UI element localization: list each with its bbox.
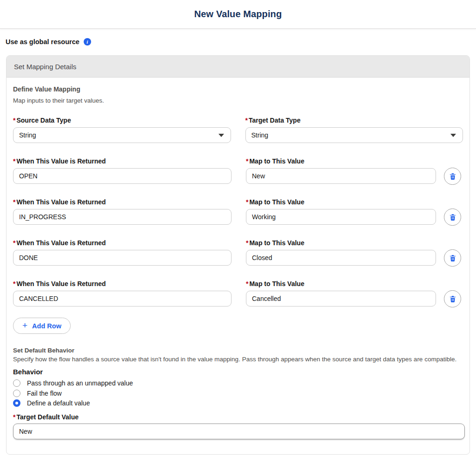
delete-row-button[interactable]: [444, 209, 461, 226]
source-value-label: *When This Value is Returned: [13, 239, 231, 247]
add-row-button[interactable]: + Add Row: [13, 318, 71, 334]
trash-icon: [449, 214, 456, 221]
modal-header: New Value Mapping: [0, 0, 476, 29]
mapping-row: *When This Value is Returned *Map to Thi…: [13, 239, 463, 266]
radio-label: Pass through as an unmapped value: [27, 379, 133, 387]
delete-row-button[interactable]: [444, 168, 461, 185]
behavior-radio-group: Pass through as an unmapped value Fail t…: [13, 378, 463, 409]
page-title: New Value Mapping: [194, 9, 282, 20]
source-value-label: *When This Value is Returned: [13, 198, 231, 206]
source-value-input[interactable]: [13, 250, 231, 266]
behavior-group-label: Behavior: [13, 368, 463, 376]
source-data-type-value: String: [19, 131, 36, 139]
target-value-label: *Map to This Value: [246, 198, 436, 206]
source-data-type-label: *Source Data Type: [13, 117, 231, 124]
required-asterisk: *: [13, 239, 15, 247]
target-value-field: *Map to This Value: [246, 198, 436, 225]
required-asterisk: *: [13, 198, 15, 206]
define-value-mapping-subtitle: Map inputs to their target values.: [13, 97, 463, 104]
required-asterisk: *: [13, 413, 15, 421]
source-data-type-select[interactable]: String: [13, 127, 231, 143]
target-value-input[interactable]: [246, 250, 436, 266]
define-value-mapping-title: Define Value Mapping: [13, 85, 463, 93]
target-value-field: *Map to This Value: [246, 239, 436, 266]
source-value-field: *When This Value is Returned: [13, 280, 231, 306]
set-mapping-details-card: Set Mapping Details Define Value Mapping…: [6, 55, 470, 455]
radio-label: Fail the flow: [27, 390, 62, 397]
target-default-value-label: *Target Default Value: [13, 413, 463, 421]
source-value-input[interactable]: [13, 209, 231, 225]
set-default-behavior-description: Specify how the flow handles a source va…: [13, 355, 462, 364]
source-value-field: *When This Value is Returned: [13, 198, 231, 225]
required-asterisk: *: [246, 198, 248, 206]
source-value-input[interactable]: [13, 291, 231, 306]
mapping-row: *When This Value is Returned *Map to Thi…: [13, 280, 463, 306]
trash-icon: [449, 173, 456, 180]
target-value-label: *Map to This Value: [246, 280, 436, 287]
required-asterisk: *: [13, 280, 15, 287]
card-header: Set Mapping Details: [7, 56, 469, 78]
target-value-input[interactable]: [246, 168, 436, 184]
target-default-value-input[interactable]: [13, 424, 465, 439]
caret-down-icon: [450, 134, 456, 137]
required-asterisk: *: [13, 157, 15, 165]
radio-pass-through[interactable]: Pass through as an unmapped value: [13, 378, 463, 389]
target-value-label: *Map to This Value: [246, 157, 436, 165]
data-type-row: *Source Data Type String *Target Data Ty…: [13, 117, 463, 143]
info-icon[interactable]: i: [84, 38, 91, 46]
target-data-type-field: *Target Data Type String: [245, 117, 463, 143]
required-asterisk: *: [246, 280, 248, 287]
delete-row-button[interactable]: [444, 249, 461, 267]
radio-define-default[interactable]: Define a default value: [13, 398, 463, 409]
source-value-field: *When This Value is Returned: [13, 239, 231, 266]
trash-icon: [449, 295, 456, 303]
mapping-row: *When This Value is Returned *Map to Thi…: [13, 198, 463, 225]
source-data-type-field: *Source Data Type String: [13, 117, 231, 143]
radio-label: Define a default value: [27, 399, 90, 407]
target-data-type-value: String: [251, 131, 269, 139]
target-data-type-label: *Target Data Type: [245, 117, 463, 124]
source-value-label: *When This Value is Returned: [13, 157, 231, 165]
set-default-behavior-title: Set Default Behavior: [13, 347, 463, 354]
required-asterisk: *: [246, 157, 248, 165]
required-asterisk: *: [245, 117, 248, 124]
source-value-input[interactable]: [13, 168, 231, 184]
radio-button-icon[interactable]: [13, 390, 20, 397]
target-value-input[interactable]: [246, 209, 436, 225]
card-header-title: Set Mapping Details: [14, 63, 76, 71]
target-data-type-select[interactable]: String: [245, 127, 463, 143]
plus-icon: +: [22, 321, 27, 330]
trash-icon: [449, 254, 456, 262]
mapping-row: *When This Value is Returned *Map to Thi…: [13, 157, 463, 184]
target-value-input[interactable]: [246, 291, 436, 306]
add-row-label: Add Row: [32, 322, 61, 330]
default-behavior-section: Set Default Behavior Specify how the flo…: [13, 347, 463, 439]
source-value-field: *When This Value is Returned: [13, 157, 231, 184]
card-body: Define Value Mapping Map inputs to their…: [7, 78, 469, 454]
caret-down-icon: [218, 134, 224, 137]
global-resource-label: Use as global resource: [6, 38, 79, 46]
source-value-label: *When This Value is Returned: [13, 280, 231, 287]
target-value-field: *Map to This Value: [246, 280, 436, 306]
radio-button-icon[interactable]: [13, 379, 20, 387]
target-value-label: *Map to This Value: [246, 239, 436, 247]
delete-row-button[interactable]: [444, 290, 461, 307]
required-asterisk: *: [246, 239, 248, 247]
radio-button-icon[interactable]: [13, 399, 20, 407]
required-asterisk: *: [13, 117, 15, 124]
global-resource-row: Use as global resource i: [6, 38, 476, 46]
target-value-field: *Map to This Value: [246, 157, 436, 184]
radio-fail-flow[interactable]: Fail the flow: [13, 388, 463, 398]
